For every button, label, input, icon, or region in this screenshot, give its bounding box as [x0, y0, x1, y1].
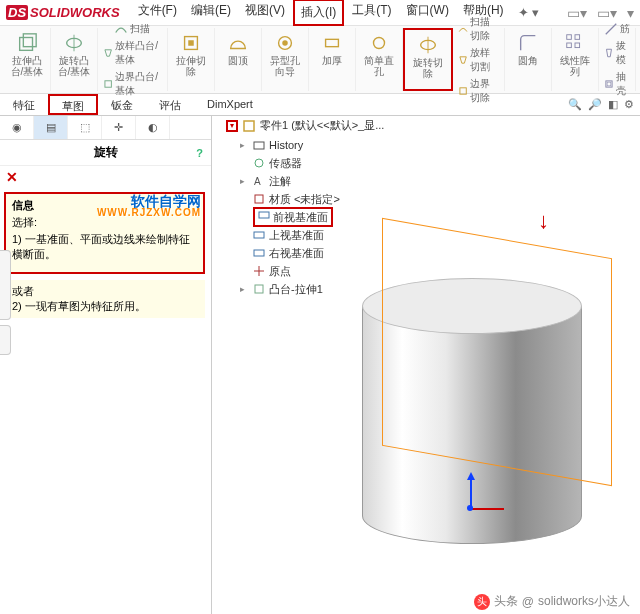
menu-edit[interactable]: 编辑(E) [185, 0, 237, 26]
toutiao-icon: 头 [474, 594, 490, 610]
plane-icon [253, 247, 265, 259]
info-box: 软件自学网 WWW.RJZXW.COM 信息 选择: 1) 一基准面、平面或边线… [4, 192, 205, 274]
flyout-tree-header[interactable]: ▾ 零件1 (默认<<默认>_显... [226, 118, 384, 133]
annotation-icon: A [253, 175, 265, 187]
callout-arrow-icon: ↓ [538, 208, 549, 234]
panel-tab-appearance-icon[interactable]: ◐ [136, 116, 170, 139]
loft-button[interactable]: 放样凸台/基体 [101, 38, 164, 68]
watermark: 软件自学网 WWW.RJZXW.COM [97, 194, 201, 218]
panel-tab-config-icon[interactable]: ⬚ [68, 116, 102, 139]
zoom-icon[interactable]: 🔎 [588, 98, 602, 111]
info-option-1: 1) 一基准面、平面或边线来绘制特征横断面。 [12, 232, 197, 262]
display-style-icon[interactable]: ◧ [608, 98, 618, 111]
tab-feature[interactable]: 特征 [0, 94, 48, 115]
panel-tab-feature-icon[interactable]: ◉ [0, 116, 34, 139]
material-icon [253, 193, 265, 205]
search-icon[interactable]: ✦ ▾ [518, 5, 540, 20]
info-or-label: 或者 [12, 284, 199, 299]
open-doc-icon[interactable]: ▭▾ [597, 5, 617, 21]
svg-rect-5 [188, 40, 194, 46]
part-name: 零件1 (默认<<默认>_显... [260, 118, 384, 133]
info-option-2: 2) 一现有草图为特征所用。 [12, 299, 199, 314]
more-icon[interactable]: ▾ [627, 5, 634, 21]
panel-tab-property-icon[interactable]: ▤ [34, 116, 68, 139]
tree-annotations[interactable]: ▸A注解 [240, 172, 340, 190]
tree-sensors[interactable]: 传感器 [240, 154, 340, 172]
revolve-boss-button[interactable]: 旋转凸 台/基体 [54, 30, 94, 79]
rib-button[interactable]: 筋 [602, 21, 632, 37]
tree-origin[interactable]: 原点 [240, 262, 340, 280]
svg-rect-24 [254, 232, 264, 238]
fillet-button[interactable]: 圆角 [508, 30, 548, 68]
view-orientation-icon[interactable]: 🔍 [568, 98, 582, 111]
svg-point-7 [282, 40, 288, 46]
svg-rect-12 [567, 35, 572, 40]
ribbon: 拉伸凸 台/基体 旋转凸 台/基体 扫描 放样凸台/基体 边界凸台/基体 拉伸切… [0, 26, 640, 94]
svg-rect-19 [254, 142, 264, 149]
menu-window[interactable]: 窗口(W) [400, 0, 455, 26]
tab-evaluate[interactable]: 评估 [146, 94, 194, 115]
menu-tools[interactable]: 工具(T) [346, 0, 397, 26]
svg-point-20 [255, 159, 263, 167]
settings-icon[interactable]: ⚙ [624, 98, 634, 111]
svg-rect-22 [255, 195, 263, 203]
app-logo: DSSOLIDWORKS [6, 5, 120, 20]
main-area: ◉ ▤ ⬚ ✛ ◐ 旋转 ? ✕ 软件自学网 WWW.RJZXW.COM 信息 … [0, 116, 640, 614]
svg-rect-13 [575, 35, 580, 40]
side-flyout-tab[interactable] [0, 250, 11, 320]
panel-tab-dim-icon[interactable]: ✛ [102, 116, 136, 139]
side-flyout-tab-2[interactable] [0, 325, 11, 355]
new-doc-icon[interactable]: ▭▾ [567, 5, 587, 21]
svg-rect-11 [459, 87, 465, 93]
svg-rect-17 [607, 82, 611, 86]
svg-rect-26 [255, 285, 263, 293]
sensor-icon [253, 157, 265, 169]
main-menu: 文件(F) 编辑(E) 视图(V) 插入(I) 工具(T) 窗口(W) 帮助(H… [132, 0, 510, 26]
extrude-boss-button[interactable]: 拉伸凸 台/基体 [7, 30, 47, 79]
svg-rect-23 [259, 212, 269, 218]
svg-rect-18 [244, 121, 254, 131]
tree-boss-extrude[interactable]: ▸凸台-拉伸1 [240, 280, 340, 298]
extrude-icon [253, 283, 265, 295]
tree-history[interactable]: ▸History [240, 136, 340, 154]
dome-button[interactable]: 圆顶 [218, 30, 258, 68]
folder-icon [253, 139, 265, 151]
linear-pattern-button[interactable]: 线性阵 列 [555, 30, 595, 79]
plane-icon [253, 229, 265, 241]
revolve-cut-button[interactable]: 旋转切 除 [408, 32, 448, 81]
svg-rect-0 [20, 38, 33, 51]
tree-top-plane[interactable]: 上视基准面 [240, 226, 340, 244]
tab-sheetmetal[interactable]: 钣金 [98, 94, 146, 115]
info-or-box: 或者 2) 一现有草图为特征所用。 [6, 280, 205, 318]
draft-button[interactable]: 拔模 [602, 38, 632, 68]
sweep-cut-button[interactable]: 扫描切除 [456, 14, 501, 44]
tab-sketch[interactable]: 草图 [48, 94, 98, 115]
panel-close-button[interactable]: ✕ [0, 166, 211, 188]
graphics-viewport[interactable]: ▾ 零件1 (默认<<默认>_显... ▸History 传感器 ▸A注解 材质… [212, 116, 640, 614]
svg-point-9 [373, 38, 384, 49]
model-cylinder [342, 266, 602, 576]
plane-icon [258, 209, 270, 221]
selected-plane-outline [382, 218, 612, 487]
menu-view[interactable]: 视图(V) [239, 0, 291, 26]
menu-insert[interactable]: 插入(I) [293, 0, 344, 26]
panel-help-icon[interactable]: ? [196, 147, 203, 159]
thicken-button[interactable]: 加厚 [312, 30, 352, 68]
extrude-cut-button[interactable]: 拉伸切 除 [171, 30, 211, 79]
tree-front-plane[interactable]: 前视基准面 [240, 208, 340, 226]
flyout-dropdown-icon[interactable]: ▾ [226, 120, 238, 132]
panel-title: 旋转 [94, 144, 118, 161]
panel-tabs: ◉ ▤ ⬚ ✛ ◐ [0, 116, 211, 140]
svg-text:A: A [254, 176, 261, 187]
feature-tree: ▸History 传感器 ▸A注解 材质 <未指定> 前视基准面 上视基准面 右… [240, 136, 340, 298]
hole-wizard-button[interactable]: 异型孔 向导 [265, 30, 305, 79]
tree-right-plane[interactable]: 右视基准面 [240, 244, 340, 262]
tab-dimxpert[interactable]: DimXpert [194, 94, 266, 115]
tree-material[interactable]: 材质 <未指定> [240, 190, 340, 208]
svg-rect-3 [105, 80, 111, 86]
simple-hole-button[interactable]: 简单直 孔 [359, 30, 399, 79]
origin-icon [253, 265, 265, 277]
loft-cut-button[interactable]: 放样切割 [456, 45, 501, 75]
sweep-button[interactable]: 扫描 [112, 21, 152, 37]
property-manager: ◉ ▤ ⬚ ✛ ◐ 旋转 ? ✕ 软件自学网 WWW.RJZXW.COM 信息 … [0, 116, 212, 614]
